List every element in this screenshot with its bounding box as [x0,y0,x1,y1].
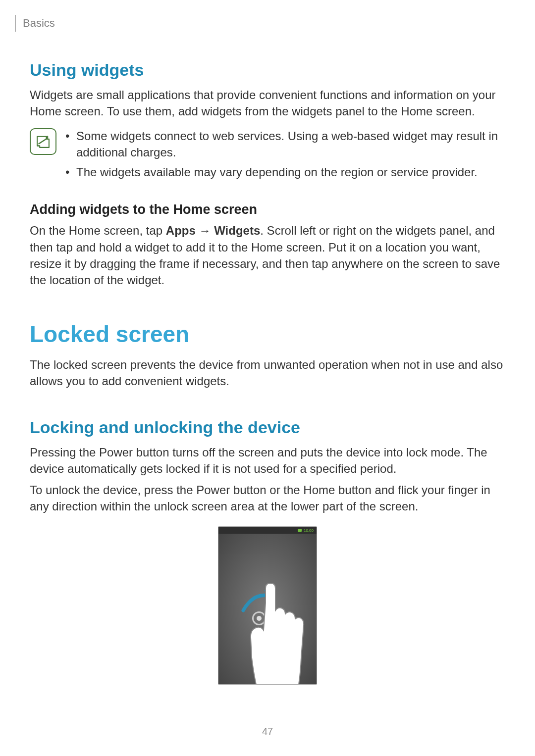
note-icon [30,128,56,155]
note-list: Some widgets connect to web services. Us… [65,128,505,184]
page-header: Basics [15,15,505,32]
breadcrumb: Basics [23,17,55,30]
apps-label: Apps [166,224,196,237]
text-fragment: On the Home screen, tap [30,224,166,237]
battery-icon [298,529,302,532]
section-locked-screen: Locked screen [30,321,505,348]
note-block: Some widgets connect to web services. Us… [30,128,505,184]
paragraph-locked-screen-intro: The locked screen prevents the device fr… [30,356,505,389]
arrow-glyph: → [196,224,214,237]
phone-body [218,534,317,684]
phone-screenshot: 10:00 [218,526,317,685]
widgets-label: Widgets [214,224,260,237]
status-bar: 10:00 [218,527,317,534]
clock-label: 10:00 [304,528,314,533]
paragraph-locking-p2: To unlock the device, press the Power bu… [30,482,505,514]
hand-pointer-icon [246,583,317,685]
page-number: 47 [0,726,535,737]
manual-page: Basics Using widgets Widgets are small a… [0,0,535,756]
paragraph-widgets-intro: Widgets are small applications that prov… [30,87,505,119]
note-item: The widgets available may vary depending… [65,164,505,180]
note-item: Some widgets connect to web services. Us… [65,128,505,160]
subsection-adding-widgets: Adding widgets to the Home screen [30,202,505,217]
paragraph-adding-widgets: On the Home screen, tap Apps → Widgets. … [30,222,505,288]
section-using-widgets: Using widgets [30,60,505,80]
header-rule [15,15,16,32]
figure-container: 10:00 [30,519,505,685]
section-locking-unlocking: Locking and unlocking the device [30,418,505,437]
paragraph-locking-p1: Pressing the Power button turns off the … [30,444,505,477]
